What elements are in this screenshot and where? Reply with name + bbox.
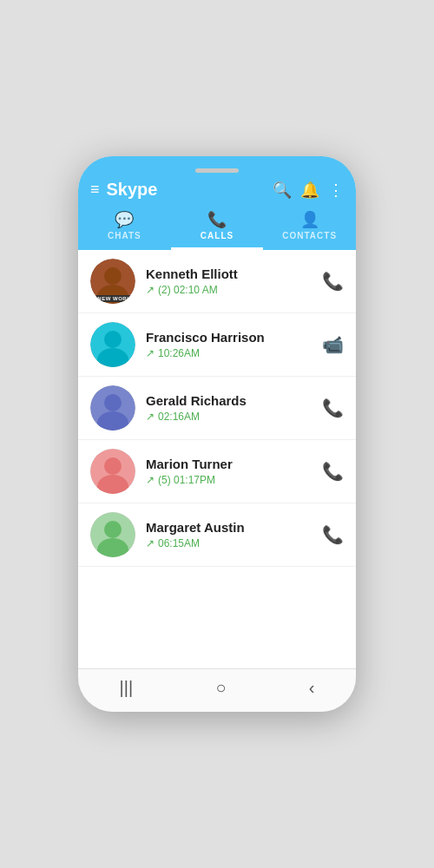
avatar xyxy=(90,449,135,494)
svg-point-10 xyxy=(104,394,122,411)
call-meta: ↗ 10:26AM xyxy=(146,347,312,359)
avatar-badge: NEW WORK xyxy=(95,295,134,302)
call-action-button[interactable]: 📞 xyxy=(322,398,344,418)
tab-contacts[interactable]: 👤 CONTACTS xyxy=(263,205,356,250)
call-meta: ↗ (2) 02:10 AM xyxy=(146,284,312,296)
search-icon[interactable]: 🔍 xyxy=(273,181,292,200)
hamburger-icon[interactable]: ≡ xyxy=(90,181,100,199)
call-info: Francisco Harrison ↗ 10:26AM xyxy=(146,330,312,359)
tab-bar: 💬 CHATS 📞 CALLS 👤 CONTACTS xyxy=(78,205,356,250)
outgoing-arrow-icon: ↗ xyxy=(146,474,155,486)
call-info: Margaret Austin ↗ 06:15AM xyxy=(146,520,312,549)
call-time: (5) 01:17PM xyxy=(158,474,215,486)
svg-point-2 xyxy=(104,267,122,285)
avatar xyxy=(90,385,135,431)
call-info: Kenneth Elliott ↗ (2) 02:10 AM xyxy=(146,266,312,296)
calls-label: CALLS xyxy=(201,231,233,240)
call-time: 06:15AM xyxy=(158,537,200,549)
more-icon[interactable]: ⋮ xyxy=(328,181,344,200)
call-name: Kenneth Elliott xyxy=(146,266,312,281)
call-item[interactable]: NEW WORK Kenneth Elliott ↗ (2) 02:10 AM … xyxy=(78,250,356,313)
tab-chats[interactable]: 💬 CHATS xyxy=(78,205,171,250)
call-info: Gerald Richards ↗ 02:16AM xyxy=(146,393,312,423)
call-item[interactable]: Marion Turner ↗ (5) 01:17PM 📞 xyxy=(78,440,356,503)
call-action-button[interactable]: 📞 xyxy=(322,524,344,545)
chats-label: CHATS xyxy=(108,231,141,240)
call-meta: ↗ 02:16AM xyxy=(146,411,312,423)
bottom-nav-home-icon[interactable]: ○ xyxy=(215,678,226,698)
app-title: Skype xyxy=(107,180,273,200)
call-action-button[interactable]: 📹 xyxy=(322,334,344,355)
call-meta: ↗ 06:15AM xyxy=(146,537,312,549)
avatar: NEW WORK xyxy=(90,259,135,304)
call-list: NEW WORK Kenneth Elliott ↗ (2) 02:10 AM … xyxy=(78,250,356,668)
avatar xyxy=(90,512,135,557)
chats-icon: 💬 xyxy=(115,210,134,229)
phone-shell: ≡ Skype 🔍 🔔 ⋮ 💬 CHATS 📞 CALLS 👤 CONTACTS xyxy=(78,156,356,712)
call-action-button[interactable]: 📞 xyxy=(322,271,344,292)
tab-calls[interactable]: 📞 CALLS xyxy=(171,205,264,250)
svg-point-18 xyxy=(104,521,122,538)
bottom-nav-back-icon[interactable]: ‹ xyxy=(309,678,315,698)
calls-icon: 📞 xyxy=(207,210,227,229)
avatar xyxy=(90,322,135,367)
bottom-nav: ||| ○ ‹ xyxy=(78,668,356,712)
outgoing-arrow-icon: ↗ xyxy=(146,537,155,549)
call-name: Francisco Harrison xyxy=(146,330,312,345)
svg-point-6 xyxy=(104,331,122,348)
call-info: Marion Turner ↗ (5) 01:17PM xyxy=(146,457,312,486)
call-name: Marion Turner xyxy=(146,457,312,471)
contacts-icon: 👤 xyxy=(300,210,319,229)
call-time: (2) 02:10 AM xyxy=(158,284,218,296)
call-item[interactable]: Gerald Richards ↗ 02:16AM 📞 xyxy=(78,377,356,440)
notch-bar xyxy=(78,168,356,173)
bottom-nav-menu-icon[interactable]: ||| xyxy=(120,678,134,698)
call-time: 02:16AM xyxy=(158,411,200,423)
notch-area: ≡ Skype 🔍 🔔 ⋮ 💬 CHATS 📞 CALLS 👤 CONTACTS xyxy=(78,156,356,250)
top-actions: 🔍 🔔 ⋮ xyxy=(273,181,344,200)
call-item[interactable]: Margaret Austin ↗ 06:15AM 📞 xyxy=(78,503,356,567)
call-item[interactable]: Francisco Harrison ↗ 10:26AM 📹 xyxy=(78,313,356,377)
outgoing-arrow-icon: ↗ xyxy=(146,347,155,359)
call-time: 10:26AM xyxy=(158,347,200,359)
top-bar: ≡ Skype 🔍 🔔 ⋮ xyxy=(78,176,356,205)
call-name: Gerald Richards xyxy=(146,393,312,408)
bell-icon[interactable]: 🔔 xyxy=(300,181,319,200)
outgoing-arrow-icon: ↗ xyxy=(146,284,155,296)
call-meta: ↗ (5) 01:17PM xyxy=(146,474,312,486)
contacts-label: CONTACTS xyxy=(282,231,337,240)
svg-point-14 xyxy=(104,457,122,475)
call-action-button[interactable]: 📞 xyxy=(322,461,344,482)
call-name: Margaret Austin xyxy=(146,520,312,535)
outgoing-arrow-icon: ↗ xyxy=(146,411,155,423)
notch-pill xyxy=(195,168,239,173)
